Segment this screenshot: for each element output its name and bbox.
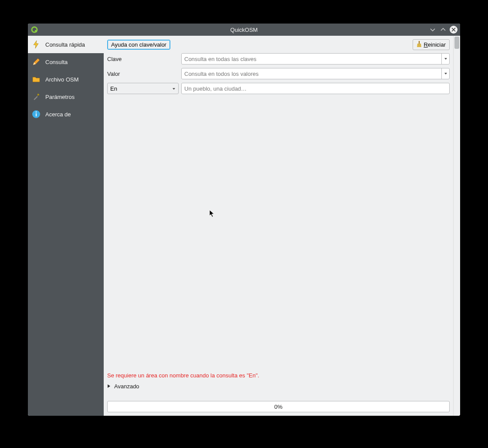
tools-icon [31, 92, 41, 102]
titlebar: QuickOSM [28, 24, 460, 36]
triangle-right-icon [107, 383, 111, 390]
advanced-expander[interactable]: Avanzado [107, 381, 450, 391]
quickosm-window: QuickOSM Consulta rápida [28, 24, 460, 416]
window-title: QuickOSM [28, 27, 460, 33]
svg-rect-1 [35, 30, 37, 32]
sidebar-item-label: Archivo OSM [45, 76, 79, 83]
sidebar-item-label: Consulta rápida [45, 41, 85, 48]
svg-point-4 [36, 112, 37, 113]
lightning-icon [31, 40, 41, 49]
svg-rect-5 [419, 41, 420, 44]
sidebar-item-label: Parámetros [45, 94, 75, 100]
place-input[interactable]: Un pueblo, una ciudad… [181, 83, 450, 94]
progress-bar: 0% [107, 401, 450, 412]
broom-icon [417, 41, 422, 48]
key-label: Clave [107, 56, 179, 62]
chevron-down-icon[interactable] [441, 54, 449, 64]
close-button[interactable] [450, 26, 458, 34]
value-combobox[interactable]: Consulta en todos los valores [181, 68, 450, 79]
content-panel: Ayuda con clave/valor Reiniciar Clave Co… [104, 36, 453, 416]
maximize-button[interactable] [439, 26, 447, 34]
sidebar-item-about[interactable]: Acerca de [28, 105, 104, 123]
chevron-down-icon[interactable] [441, 68, 449, 79]
vertical-scrollbar[interactable] [453, 36, 460, 416]
sidebar-item-query[interactable]: Consulta [28, 53, 104, 71]
error-message: Se requiere un área con nombre cuando la… [107, 372, 450, 379]
sidebar-item-osm-file[interactable]: Archivo OSM [28, 71, 104, 88]
svg-rect-3 [36, 113, 37, 116]
sidebar-item-parameters[interactable]: Parámetros [28, 88, 104, 105]
minimize-button[interactable] [429, 26, 437, 34]
scrollbar-thumb[interactable] [454, 37, 459, 49]
help-key-value-button[interactable]: Ayuda con clave/valor [107, 40, 170, 50]
reset-button[interactable]: Reiniciar [413, 39, 450, 50]
sidebar: Consulta rápida Consulta Archivo OSM Par… [28, 36, 104, 416]
sidebar-item-label: Acerca de [45, 111, 71, 118]
sidebar-item-label: Consulta [45, 59, 68, 65]
scope-select[interactable]: En [107, 83, 179, 94]
info-icon [31, 109, 41, 119]
value-label: Valor [107, 71, 179, 77]
pencil-icon [31, 57, 41, 67]
qgis-icon [30, 26, 38, 34]
chevron-down-icon [172, 85, 176, 92]
sidebar-item-quick-query[interactable]: Consulta rápida [28, 36, 104, 53]
folder-icon [31, 75, 41, 84]
key-combobox[interactable]: Consulta en todas las claves [181, 53, 450, 64]
